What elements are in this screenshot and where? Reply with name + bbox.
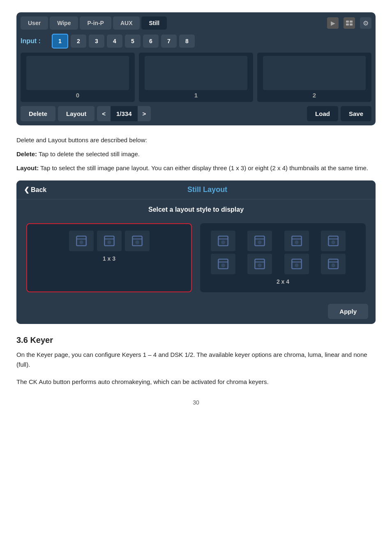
- delete-button[interactable]: Delete: [21, 106, 55, 121]
- thumb-label-0: 0: [76, 92, 79, 99]
- doc-delete-label: Delete:: [16, 150, 37, 157]
- chevron-left-icon: ❮: [24, 186, 29, 194]
- layout-1x3-label: 1 x 3: [37, 255, 181, 262]
- thumb-grid-1x3: [37, 231, 181, 251]
- section-number: 3.6: [16, 335, 28, 345]
- svg-point-36: [331, 264, 335, 267]
- play-icon[interactable]: [327, 17, 339, 29]
- tab-wipe[interactable]: Wipe: [50, 16, 78, 30]
- doc-layout-label: Layout:: [16, 164, 39, 171]
- thumb-cell-2[interactable]: 2: [257, 53, 371, 102]
- thumb-2x4-4: [321, 231, 346, 251]
- layout-title: Still Layout: [46, 185, 368, 194]
- nav-group: < 1/334 >: [97, 106, 151, 121]
- svg-point-15: [221, 240, 225, 244]
- apply-button[interactable]: Apply: [328, 304, 368, 319]
- tab-pinp[interactable]: P-in-P: [80, 16, 111, 30]
- thumb-label-1: 1: [194, 92, 198, 99]
- doc-delete-para: Delete: Tap to delete the selected still…: [16, 149, 376, 159]
- input-btn-7[interactable]: 7: [161, 35, 177, 48]
- section-para2: The CK Auto button performs auto chromak…: [16, 377, 376, 387]
- load-button[interactable]: Load: [307, 106, 338, 121]
- tab-row: User Wipe P-in-P AUX Still: [21, 16, 371, 30]
- svg-point-24: [331, 240, 335, 244]
- input-row: Input : 1 2 3 4 5 6 7 8: [21, 34, 371, 49]
- thumb-2x4-3: [284, 231, 309, 251]
- svg-point-21: [295, 240, 298, 244]
- nav-next-button[interactable]: >: [138, 106, 151, 121]
- input-btn-1[interactable]: 1: [52, 34, 68, 49]
- grid-icon[interactable]: [344, 17, 355, 29]
- thumb-1x3-1: [69, 231, 94, 251]
- thumb-2x4-7: [284, 254, 309, 274]
- input-btn-5[interactable]: 5: [125, 35, 141, 48]
- thumb-preview-2: [263, 56, 366, 90]
- input-label: Input :: [21, 37, 49, 45]
- section-para1: On the Keyer page, you can configure Key…: [16, 350, 376, 370]
- thumb-2x4-6: [247, 254, 272, 274]
- thumb-label-2: 2: [313, 92, 316, 99]
- svg-point-27: [221, 264, 225, 267]
- section-heading: 3.6 Keyer: [16, 335, 376, 345]
- svg-point-9: [107, 240, 111, 244]
- thumb-1x3-3: [125, 231, 150, 251]
- section-title-text: Keyer: [30, 335, 53, 345]
- svg-point-6: [79, 240, 83, 244]
- thumb-2x4-1: [211, 231, 235, 251]
- thumb-1x3-2: [97, 231, 122, 251]
- svg-rect-1: [350, 21, 353, 23]
- thumb-grid-2x4: [211, 231, 355, 274]
- back-label: Back: [31, 186, 46, 194]
- tab-still[interactable]: Still: [141, 16, 167, 30]
- nav-count-label: 1/334: [111, 106, 138, 121]
- doc-line1: Delete and Layout buttons are described …: [16, 135, 376, 145]
- thumbnail-row: 0 1 2: [21, 53, 371, 102]
- save-button[interactable]: Save: [341, 106, 371, 121]
- input-btn-2[interactable]: 2: [71, 35, 86, 48]
- thumb-2x4-8: [321, 254, 346, 274]
- thumb-cell-1[interactable]: 1: [139, 53, 253, 102]
- thumb-cell-0[interactable]: 0: [21, 53, 135, 102]
- doc-layout-text: Tap to select the still image pane layou…: [39, 164, 368, 171]
- svg-point-30: [258, 264, 262, 267]
- layout-2x4-label: 2 x 4: [211, 278, 355, 285]
- input-btn-3[interactable]: 3: [89, 35, 104, 48]
- svg-point-12: [135, 240, 139, 244]
- back-button[interactable]: ❮ Back: [24, 186, 46, 194]
- layout-header: ❮ Back Still Layout: [16, 180, 376, 199]
- thumb-2x4-5: [211, 254, 235, 274]
- input-btn-8[interactable]: 8: [179, 35, 195, 48]
- thumb-preview-1: [145, 56, 247, 90]
- svg-point-18: [258, 240, 262, 244]
- doc-delete-text: Tap to delete the selected still image.: [37, 150, 140, 157]
- svg-rect-0: [346, 21, 349, 23]
- layout-button[interactable]: Layout: [58, 106, 95, 121]
- thumb-preview-0: [26, 56, 129, 90]
- page-number: 30: [16, 399, 376, 406]
- input-btn-4[interactable]: 4: [107, 35, 122, 48]
- input-btn-6[interactable]: 6: [143, 35, 159, 48]
- svg-point-33: [295, 264, 298, 267]
- tab-aux[interactable]: AUX: [113, 16, 140, 30]
- settings-icon[interactable]: [360, 17, 371, 29]
- layout-footer: Apply: [16, 299, 376, 324]
- still-panel: User Wipe P-in-P AUX Still Input : 1 2 3…: [16, 12, 376, 125]
- action-row: Delete Layout < 1/334 > Load Save: [21, 106, 371, 121]
- layout-subtitle: Selcet a layout style to display: [16, 199, 376, 217]
- svg-rect-2: [346, 23, 349, 25]
- doc-layout-para: Layout: Tap to select the still image pa…: [16, 163, 376, 173]
- thumb-2x4-2: [247, 231, 272, 251]
- still-layout-panel: ❮ Back Still Layout Selcet a layout styl…: [16, 180, 376, 324]
- svg-rect-3: [350, 23, 353, 25]
- layout-options: 1 x 3: [16, 217, 376, 299]
- nav-prev-button[interactable]: <: [97, 106, 111, 121]
- layout-option-1x3[interactable]: 1 x 3: [26, 223, 192, 292]
- tab-user[interactable]: User: [21, 16, 48, 30]
- layout-option-2x4[interactable]: 2 x 4: [200, 223, 366, 292]
